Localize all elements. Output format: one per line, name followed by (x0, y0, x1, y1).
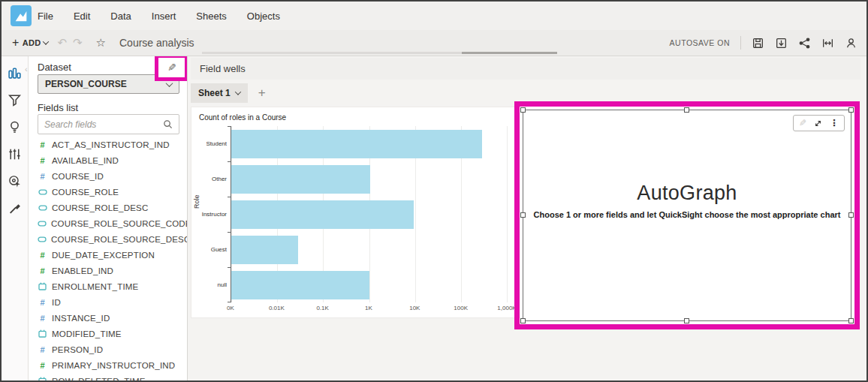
bar-instructor[interactable] (231, 200, 414, 229)
field-item[interactable]: #AVAILABLE_IND (29, 152, 187, 168)
search-icon (163, 119, 173, 129)
field-item[interactable]: #ENABLED_IND (29, 263, 187, 278)
field-item[interactable]: #ID (29, 294, 187, 310)
resize-handle[interactable] (684, 318, 689, 323)
edit-dataset-pencil-icon[interactable]: ✎ (167, 62, 176, 74)
menu-item-objects[interactable]: Objects (247, 11, 280, 22)
field-item[interactable]: #PRIMARY_INSTRUCTOR_IND (29, 357, 187, 373)
x-tick-label: 0.1K (316, 305, 328, 311)
tab-sheet-1[interactable]: Sheet 1 (191, 83, 248, 103)
field-label: INSTANCE_ID (52, 314, 110, 323)
field-label: ROW_DELETED_TIME (52, 377, 146, 381)
field-label: COURSE_ID (52, 172, 104, 181)
menu-item-insert[interactable]: Insert (152, 11, 176, 22)
x-tick-label: 0.01K (269, 305, 285, 311)
redo-icon[interactable]: ↷ (73, 36, 83, 50)
field-wells-bar[interactable]: Field wells (191, 58, 860, 80)
field-item[interactable]: #COURSE_ID (29, 168, 187, 184)
visual-toolbar: ✎ ⋮ (793, 115, 845, 131)
fields-list-title: Fields list (38, 102, 78, 113)
fit-width-icon[interactable] (821, 37, 834, 50)
edit-visual-pencil-icon[interactable]: ✎ (799, 118, 806, 128)
undo-icon[interactable]: ↶ (57, 36, 67, 50)
analysis-canvas: Field wells Sheet 1 + Count of roles in … (188, 56, 866, 380)
field-item[interactable]: #INSTANCE_ID (29, 310, 187, 326)
resize-handle[interactable] (520, 318, 526, 323)
menu-kebab-icon[interactable]: ⋮ (830, 118, 839, 128)
themes-icon[interactable] (8, 200, 23, 215)
chevron-down-icon (43, 38, 49, 44)
user-icon[interactable] (845, 37, 857, 50)
save-icon[interactable] (752, 37, 764, 50)
title-underline (202, 52, 557, 54)
autograph-visual[interactable]: ✎ ⋮ AutoGraph Choose 1 or more fields an… (523, 110, 851, 321)
add-sheet-button[interactable]: + (258, 86, 266, 101)
insights-icon[interactable] (8, 119, 23, 134)
bar-student[interactable] (231, 130, 482, 158)
scrollbar-thumb[interactable] (462, 52, 557, 54)
gridline (507, 126, 508, 302)
field-label: PRIMARY_INSTRUCTOR_IND (52, 361, 175, 370)
menu-item-sheets[interactable]: Sheets (196, 11, 226, 22)
menu-item-file[interactable]: File (38, 11, 53, 22)
menu-item-data[interactable]: Data (110, 11, 131, 22)
search-placeholder: Search fields (44, 119, 163, 130)
chart-title: Count of roles in a Course (191, 107, 514, 122)
field-item[interactable]: MODIFIED_TIME (29, 326, 187, 341)
dataset-panel: Dataset ✎ PERSON_COURSE Fields list Sear… (29, 56, 188, 380)
field-item[interactable]: ROW_DELETED_TIME (29, 373, 187, 380)
bar-other[interactable] (231, 165, 370, 194)
expand-icon[interactable] (813, 119, 823, 128)
resize-handle[interactable] (848, 318, 854, 323)
search-fields-input[interactable]: Search fields (38, 114, 179, 134)
edit-dataset-highlight: ✎ (155, 56, 188, 81)
bar-guest[interactable] (231, 236, 298, 264)
analysis-title[interactable]: Course analysis (119, 37, 194, 49)
field-item[interactable]: ENROLLMENT_TIME (29, 278, 187, 294)
plus-icon: + (12, 37, 20, 49)
menu-bar: FileEditDataInsertSheetsObjects (2, 2, 866, 30)
share-icon[interactable] (798, 37, 811, 50)
field-wells-label: Field wells (200, 63, 246, 74)
bar-null[interactable] (231, 271, 369, 299)
add-button-label: ADD (23, 38, 41, 47)
datetime-field-icon (38, 329, 47, 338)
field-label: DUE_DATE_EXCEPTION (52, 251, 155, 260)
field-item[interactable]: COURSE_ROLE_DESC (29, 200, 187, 215)
toolbar: + ADD ↶ ↷ ☆ Course analysis AUTOSAVE ON (2, 30, 866, 56)
sheet-tabs: Sheet 1 + (191, 83, 266, 103)
field-item[interactable]: COURSE_ROLE_SOURCE_DESC (29, 231, 187, 247)
autograph-subtitle: Choose 1 or more fields and let QuickSig… (523, 210, 851, 219)
export-icon[interactable] (775, 37, 788, 50)
visualize-icon[interactable] (8, 65, 23, 80)
star-icon[interactable]: ☆ (96, 36, 106, 50)
resize-handle[interactable] (684, 107, 689, 113)
field-item[interactable]: #PERSON_ID (29, 341, 187, 357)
x-tick-label: 1K (365, 305, 372, 311)
field-item[interactable]: COURSE_ROLE_SOURCE_CODE (29, 215, 187, 231)
category-label: Instructor (194, 211, 227, 218)
collapse-panel-icon[interactable]: ‹ (25, 65, 28, 74)
field-item[interactable]: #DUE_DATE_EXCEPTION (29, 247, 187, 263)
field-label: ENROLLMENT_TIME (52, 282, 138, 291)
field-label: PERSON_ID (52, 345, 103, 354)
measure-number-icon: # (38, 361, 47, 370)
filter-icon[interactable] (8, 92, 23, 107)
resize-handle[interactable] (520, 107, 526, 113)
field-label: ENABLED_IND (52, 266, 113, 275)
x-tick-label: 0K (227, 305, 234, 311)
x-tick-label: 1,000K (497, 305, 516, 311)
bar-chart-visual[interactable]: Count of roles in a Course Role StudentO… (191, 107, 515, 318)
measure-number-icon: # (38, 156, 47, 165)
resize-handle[interactable] (848, 107, 854, 113)
field-item[interactable]: #ACT_AS_INSTRUCTOR_IND (29, 137, 187, 152)
field-label: COURSE_ROLE_DESC (52, 203, 148, 212)
parameters-icon[interactable] (8, 146, 23, 161)
quicksight-logo-icon[interactable] (11, 5, 32, 26)
menu-item-edit[interactable]: Edit (74, 11, 90, 22)
actions-icon[interactable] (8, 173, 23, 188)
field-label: ACT_AS_INSTRUCTOR_IND (52, 140, 170, 149)
add-button[interactable]: + ADD (12, 37, 48, 49)
field-item[interactable]: COURSE_ROLE (29, 184, 187, 200)
string-field-icon (38, 220, 47, 227)
